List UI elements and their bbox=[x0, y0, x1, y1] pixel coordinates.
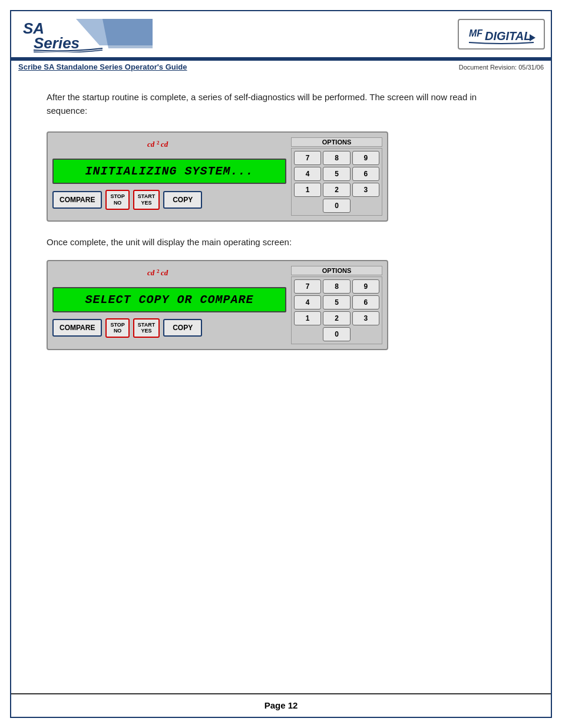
sa-series-logo: SA Series bbox=[17, 16, 153, 52]
display-screen-2: SELECT COPY OR COMPARE bbox=[52, 287, 286, 312]
svg-text:cd: cd bbox=[147, 268, 155, 277]
svg-text:cd: cd bbox=[161, 268, 168, 277]
cd2cd-logo-row-1: cd 2 cd bbox=[52, 137, 286, 153]
display-text-1: INITIALIZING SYSTEM... bbox=[85, 164, 253, 178]
opt-btn-0[interactable]: 0 bbox=[323, 199, 350, 213]
start-button-1[interactable]: START YES bbox=[133, 190, 160, 210]
guide-title: Scribe SA Standalone Series Operator's G… bbox=[18, 62, 187, 71]
options-grid-1: 7 8 9 4 5 6 1 2 3 0 bbox=[291, 148, 382, 216]
footer: Page 12 bbox=[11, 693, 551, 717]
svg-text:DIGITAL: DIGITAL bbox=[485, 29, 531, 42]
opt-btn-5[interactable]: 5 bbox=[323, 167, 350, 181]
display-text-2: SELECT COPY OR COMPARE bbox=[85, 293, 253, 307]
compare-button-2[interactable]: COMPARE bbox=[52, 319, 102, 337]
opt-btn-5b[interactable]: 5 bbox=[323, 295, 350, 309]
panel-left-1: cd 2 cd INITIALIZING SYSTEM... COMPARE S… bbox=[52, 137, 286, 216]
start-button-2[interactable]: START YES bbox=[133, 318, 160, 338]
cd2cd-logo-row-2: cd 2 cd bbox=[52, 266, 286, 281]
device-panel-1: cd 2 cd INITIALIZING SYSTEM... COMPARE S… bbox=[47, 131, 388, 222]
header: SA Series MF DIGITAL bbox=[11, 11, 551, 59]
header-right: MF DIGITAL bbox=[458, 16, 545, 52]
controls-row-2: COMPARE STOP NO START YES COPY bbox=[52, 318, 286, 338]
options-label-1: OPTIONS bbox=[291, 137, 382, 147]
page-number: Page 12 bbox=[265, 700, 298, 710]
options-grid-2: 7 8 9 4 5 6 1 2 3 0 bbox=[291, 276, 382, 344]
compare-button-1[interactable]: COMPARE bbox=[52, 191, 102, 209]
svg-text:2: 2 bbox=[157, 140, 160, 146]
opt-btn-3[interactable]: 3 bbox=[352, 183, 379, 197]
svg-text:Series: Series bbox=[34, 34, 80, 52]
opt-btn-0b[interactable]: 0 bbox=[323, 327, 350, 341]
doc-revision: Document Revision: 05/31/06 bbox=[459, 64, 544, 71]
header-logo-left: SA Series bbox=[17, 16, 153, 52]
opt-btn-7b[interactable]: 7 bbox=[294, 279, 321, 294]
page: SA Series MF DIGITAL Scribe SA Stan bbox=[10, 10, 552, 718]
intro-paragraph: After the startup routine is complete, a… bbox=[47, 91, 515, 117]
panel-left-2: cd 2 cd SELECT COPY OR COMPARE COMPARE S… bbox=[52, 266, 286, 344]
opt-btn-7[interactable]: 7 bbox=[294, 151, 321, 165]
copy-button-2[interactable]: COPY bbox=[163, 319, 202, 337]
opt-btn-8b[interactable]: 8 bbox=[323, 279, 350, 294]
opt-btn-8[interactable]: 8 bbox=[323, 151, 350, 165]
opt-btn-3b[interactable]: 3 bbox=[352, 311, 379, 325]
opt-btn-4b[interactable]: 4 bbox=[294, 295, 321, 309]
stop-button-1[interactable]: STOP NO bbox=[105, 190, 129, 210]
display-screen-1: INITIALIZING SYSTEM... bbox=[52, 159, 286, 184]
panel-right-2: OPTIONS 7 8 9 4 5 6 1 2 3 0 bbox=[291, 266, 382, 344]
opt-btn-2b[interactable]: 2 bbox=[323, 311, 350, 325]
opt-btn-6b[interactable]: 6 bbox=[352, 295, 379, 309]
opt-btn-1b[interactable]: 1 bbox=[294, 311, 321, 325]
mf-digital-logo: MF DIGITAL bbox=[458, 19, 545, 50]
svg-text:cd: cd bbox=[147, 140, 155, 149]
main-content: After the startup routine is complete, a… bbox=[11, 73, 551, 693]
svg-text:2: 2 bbox=[157, 268, 160, 274]
opt-btn-1[interactable]: 1 bbox=[294, 183, 321, 197]
svg-text:cd: cd bbox=[161, 140, 168, 149]
opt-btn-9[interactable]: 9 bbox=[352, 151, 379, 165]
opt-btn-4[interactable]: 4 bbox=[294, 167, 321, 181]
opt-btn-6[interactable]: 6 bbox=[352, 167, 379, 181]
header-title-bar: Scribe SA Standalone Series Operator's G… bbox=[11, 59, 551, 73]
once-paragraph: Once complete, the unit will display the… bbox=[47, 236, 515, 249]
options-label-2: OPTIONS bbox=[291, 266, 382, 275]
controls-row-1: COMPARE STOP NO START YES COPY bbox=[52, 190, 286, 210]
svg-marker-1 bbox=[103, 19, 153, 48]
device-panel-2: cd 2 cd SELECT COPY OR COMPARE COMPARE S… bbox=[47, 260, 388, 350]
stop-button-2[interactable]: STOP NO bbox=[105, 318, 129, 338]
opt-btn-2[interactable]: 2 bbox=[323, 183, 350, 197]
opt-btn-9b[interactable]: 9 bbox=[352, 279, 379, 294]
svg-marker-6 bbox=[530, 34, 535, 41]
panel-right-1: OPTIONS 7 8 9 4 5 6 1 2 3 0 bbox=[291, 137, 382, 216]
svg-text:MF: MF bbox=[469, 28, 483, 38]
copy-button-1[interactable]: COPY bbox=[163, 191, 202, 209]
